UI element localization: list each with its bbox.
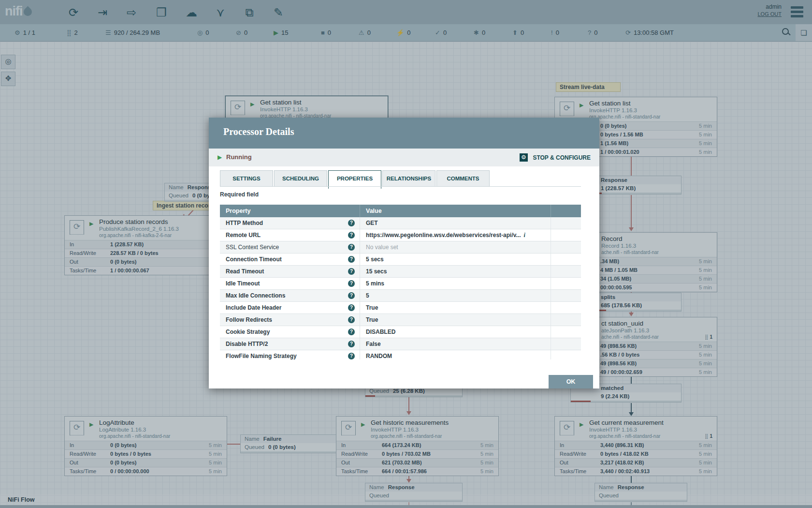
property-row: Connection Timeout? 5 secs bbox=[220, 254, 581, 266]
property-row: Follow Redirects? True bbox=[220, 314, 581, 326]
property-row: Disable HTTP/2? False bbox=[220, 338, 581, 350]
stop-and-configure-button[interactable]: ⚙ STOP & CONFIGURE bbox=[520, 153, 591, 163]
property-row: Idle Timeout? 5 mins bbox=[220, 278, 581, 290]
property-row: Remote URL? https://www.pegelonline.wsv.… bbox=[220, 229, 581, 241]
properties-table-header: Property Value bbox=[220, 205, 581, 217]
question-circle-icon[interactable]: ? bbox=[348, 280, 355, 287]
run-status-text: Running bbox=[226, 153, 252, 161]
dialog-status-row: ▶ Running ⚙ STOP & CONFIGURE bbox=[209, 149, 599, 166]
running-indicator-icon: ▶ bbox=[218, 154, 222, 161]
property-row: Include Date Header? True bbox=[220, 302, 581, 314]
question-circle-icon[interactable]: ? bbox=[348, 232, 355, 239]
question-circle-icon[interactable]: ? bbox=[348, 304, 355, 311]
tab-relationships[interactable]: RELATIONSHIPS bbox=[382, 170, 435, 187]
question-circle-icon[interactable]: ? bbox=[348, 220, 355, 226]
dialog-title: Processor Details bbox=[223, 126, 294, 137]
tab-divider bbox=[220, 186, 581, 187]
question-circle-icon[interactable]: ? bbox=[348, 268, 355, 275]
info-icon[interactable]: i bbox=[524, 229, 525, 241]
tab-scheduling[interactable]: SCHEDULING bbox=[274, 170, 327, 187]
question-circle-icon[interactable]: ? bbox=[348, 292, 355, 299]
property-row: FlowFile Naming Strategy? RANDOM bbox=[220, 350, 581, 359]
question-circle-icon[interactable]: ? bbox=[348, 353, 355, 359]
property-row: HTTP Method? GET bbox=[220, 217, 581, 229]
question-circle-icon[interactable]: ? bbox=[348, 329, 355, 335]
required-field-label: Required field bbox=[220, 191, 259, 198]
property-row: Cookie Strategy? DISABLED bbox=[220, 326, 581, 338]
ok-button[interactable]: OK bbox=[549, 375, 593, 388]
property-row: Read Timeout? 15 secs bbox=[220, 266, 581, 278]
property-row: SSL Context Service? No value set bbox=[220, 241, 581, 254]
question-circle-icon[interactable]: ? bbox=[348, 256, 355, 263]
processor-details-dialog: Processor Details ▶ Running ⚙ STOP & CON… bbox=[209, 118, 599, 388]
property-row: Max Idle Connections? 5 bbox=[220, 290, 581, 302]
question-circle-icon[interactable]: ? bbox=[348, 316, 355, 323]
gear-icon: ⚙ bbox=[520, 153, 528, 162]
dialog-tabs: SETTINGS SCHEDULING PROPERTIES RELATIONS… bbox=[220, 170, 491, 187]
question-circle-icon[interactable]: ? bbox=[348, 244, 355, 251]
dialog-header: Processor Details bbox=[209, 118, 599, 149]
properties-table: Property Value HTTP Method? GET Remote U… bbox=[220, 205, 581, 359]
nifi-app: nifi ⟳ ⇥ ⇨ ❐ ☁ ⋎ ⧉ ✎ admin LOG OUT ⚙1 / … bbox=[0, 0, 812, 508]
tab-comments[interactable]: COMMENTS bbox=[436, 170, 490, 187]
tab-settings[interactable]: SETTINGS bbox=[220, 170, 273, 187]
question-circle-icon[interactable]: ? bbox=[348, 341, 355, 347]
